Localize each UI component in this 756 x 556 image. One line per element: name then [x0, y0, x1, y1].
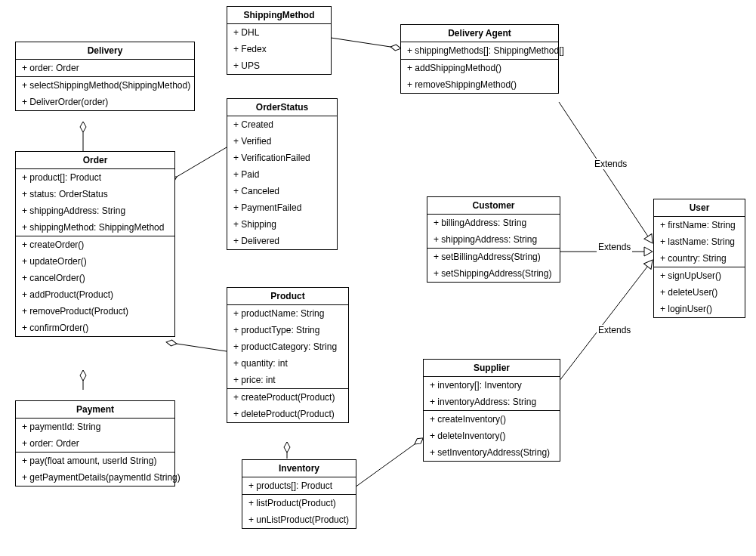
method: + selectShippingMethod(ShippingMethod): [16, 77, 194, 94]
attr: + PaymentFailed: [227, 199, 337, 216]
attr: + productCategory: String: [227, 338, 348, 355]
attr: + Delivered: [227, 233, 337, 249]
svg-line-2: [177, 147, 227, 177]
class-delivery-agent: Delivery Agent + shippingMethods[]: Ship…: [400, 24, 559, 94]
attr: + firstName: String: [654, 217, 745, 233]
method: + DeliverOrder(order): [16, 94, 194, 110]
method: + pay(float amount, userId String): [16, 453, 174, 469]
method: + deleteProduct(Product): [227, 406, 348, 422]
class-title: Order: [16, 152, 174, 169]
method: + signUpUser(): [654, 267, 745, 284]
method: + cancelOrder(): [16, 270, 174, 286]
class-title: ShippingMethod: [227, 7, 331, 24]
method: + addShippingMethod(): [401, 60, 558, 76]
attr: + UPS: [227, 57, 331, 74]
attr: + productType: String: [227, 322, 348, 338]
attr: + productName: String: [227, 305, 348, 322]
method: + deleteUser(): [654, 284, 745, 301]
method: + listProduct(Product): [242, 495, 356, 511]
class-product: Product + productName: String + productT…: [227, 287, 349, 423]
edge-label-extends-customer: Extends: [597, 242, 632, 252]
class-title: Inventory: [242, 460, 356, 477]
class-title: Delivery Agent: [401, 25, 558, 42]
attr: + paymentId: String: [16, 419, 174, 435]
attr: + Canceled: [227, 183, 337, 199]
attr: + quantity: int: [227, 355, 348, 372]
class-title: Customer: [427, 197, 560, 215]
svg-line-3: [177, 344, 227, 351]
method: + confirmOrder(): [16, 320, 174, 336]
svg-line-9: [559, 260, 653, 381]
method: + createOrder(): [16, 236, 174, 253]
attr: + Created: [227, 116, 337, 133]
svg-line-7: [559, 102, 653, 243]
method: + setInventoryAddress(String): [424, 444, 560, 461]
method: + createInventory(): [424, 411, 560, 428]
svg-line-4: [331, 38, 390, 47]
class-title: Delivery: [16, 42, 194, 60]
attr: + Fedex: [227, 41, 331, 57]
class-order-status: OrderStatus + Created + Verified + Verif…: [227, 98, 338, 250]
attr: + billingAddress: String: [427, 215, 560, 231]
method: + getPaymentDetails(paymentId String): [16, 469, 174, 486]
attr: + order: Order: [16, 60, 194, 76]
attr: + shippingAddress: String: [427, 231, 560, 248]
class-title: User: [654, 199, 745, 217]
class-supplier: Supplier + inventory[]: Inventory + inve…: [423, 359, 560, 462]
edge-label-extends-agent: Extends: [593, 159, 628, 169]
attr: + status: OrderStatus: [16, 186, 174, 202]
edge-label-extends-supplier: Extends: [597, 325, 632, 335]
method: + unListProduct(Product): [242, 511, 356, 528]
class-title: OrderStatus: [227, 99, 337, 116]
uml-diagram-canvas: Extends Extends Extends ShippingMethod +…: [0, 0, 756, 556]
class-title: Payment: [16, 401, 174, 419]
attr: + Paid: [227, 166, 337, 183]
attr: + Verified: [227, 133, 337, 150]
attr: + VerificationFailed: [227, 150, 337, 166]
class-delivery: Delivery + order: Order + selectShipping…: [15, 42, 195, 111]
method: + setShippingAddress(String): [427, 265, 560, 282]
attr: + lastName: String: [654, 233, 745, 250]
attr: + shippingAddress: String: [16, 202, 174, 219]
method: + updateOrder(): [16, 253, 174, 270]
attr: + shippingMethod: ShippingMethod: [16, 219, 174, 236]
class-inventory: Inventory + products[]: Product + listPr…: [242, 459, 356, 529]
method: + loginUser(): [654, 301, 745, 317]
attr: + DHL: [227, 24, 331, 41]
attr: + order: Order: [16, 435, 174, 452]
attr: + product[]: Product: [16, 169, 174, 186]
attr: + inventory[]: Inventory: [424, 377, 560, 394]
class-shipping-method: ShippingMethod + DHL + Fedex + UPS: [227, 6, 332, 75]
method: + setBillingAddress(String): [427, 249, 560, 265]
method: + deleteInventory(): [424, 428, 560, 444]
attr: + inventoryAddress: String: [424, 394, 560, 410]
attr: + products[]: Product: [242, 477, 356, 494]
attr: + price: int: [227, 372, 348, 388]
method: + addProduct(Product): [16, 286, 174, 303]
class-title: Supplier: [424, 360, 560, 377]
class-order: Order + product[]: Product + status: Ord…: [15, 151, 175, 337]
attr: + shippingMethods[]: ShippingMethod[]: [401, 42, 558, 59]
class-title: Product: [227, 288, 348, 305]
class-customer: Customer + billingAddress: String + ship…: [427, 196, 560, 283]
attr: + Shipping: [227, 216, 337, 233]
svg-line-6: [355, 444, 415, 487]
method: + removeShippingMethod(): [401, 76, 558, 93]
method: + createProduct(Product): [227, 389, 348, 406]
class-user: User + firstName: String + lastName: Str…: [653, 199, 745, 318]
method: + removeProduct(Product): [16, 303, 174, 320]
class-payment: Payment + paymentId: String + order: Ord…: [15, 400, 175, 486]
attr: + country: String: [654, 250, 745, 267]
